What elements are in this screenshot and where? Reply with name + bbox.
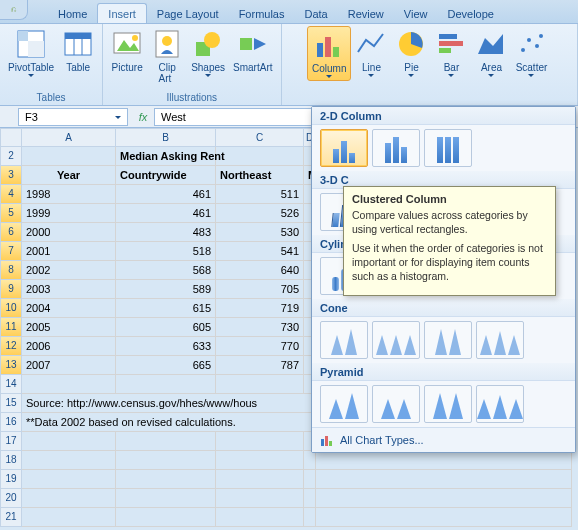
cell[interactable]: 719: [216, 299, 304, 318]
3d-pyramid[interactable]: [476, 385, 524, 423]
bar-button[interactable]: Bar: [431, 26, 471, 79]
cell[interactable]: 787: [216, 356, 304, 375]
cell[interactable]: 2000: [22, 223, 116, 242]
cell[interactable]: [304, 470, 316, 489]
cell[interactable]: [316, 451, 572, 470]
tab-developer[interactable]: Develope: [437, 4, 503, 23]
tab-home[interactable]: Home: [48, 4, 97, 23]
area-button[interactable]: Area: [471, 26, 511, 79]
quick-access-icon[interactable]: ⎌: [0, 0, 28, 20]
cell[interactable]: 518: [116, 242, 216, 261]
tab-view[interactable]: View: [394, 4, 438, 23]
shapes-button[interactable]: Shapes: [187, 26, 229, 79]
row-header-15[interactable]: 15: [0, 394, 22, 413]
cell[interactable]: Northeast: [216, 166, 304, 185]
cell[interactable]: 461: [116, 204, 216, 223]
cell[interactable]: [216, 432, 304, 451]
cell[interactable]: 2004: [22, 299, 116, 318]
cell[interactable]: 2005: [22, 318, 116, 337]
cell[interactable]: 2006: [22, 337, 116, 356]
row-header-9[interactable]: 9: [0, 280, 22, 299]
tab-formulas[interactable]: Formulas: [229, 4, 295, 23]
picture-button[interactable]: Picture: [107, 26, 147, 75]
row-header-14[interactable]: 14: [0, 375, 22, 394]
cell[interactable]: 730: [216, 318, 304, 337]
row-header-19[interactable]: 19: [0, 470, 22, 489]
cell[interactable]: 633: [116, 337, 216, 356]
cell[interactable]: 665: [116, 356, 216, 375]
stacked-column-2d[interactable]: [372, 129, 420, 167]
fx-icon[interactable]: fx: [132, 111, 154, 123]
cell[interactable]: [216, 489, 304, 508]
smartart-button[interactable]: SmartArt: [229, 26, 276, 75]
clustered-cone[interactable]: [320, 321, 368, 359]
cell[interactable]: 2003: [22, 280, 116, 299]
cell[interactable]: [116, 375, 216, 394]
cell[interactable]: Median Asking Rent: [116, 147, 216, 166]
tab-data[interactable]: Data: [294, 4, 337, 23]
row-header-6[interactable]: 6: [0, 223, 22, 242]
cell[interactable]: [22, 147, 116, 166]
100-stacked-cone[interactable]: [424, 321, 472, 359]
col-header-a[interactable]: A: [22, 128, 116, 147]
col-header-c[interactable]: C: [216, 128, 304, 147]
cell[interactable]: 526: [216, 204, 304, 223]
cell[interactable]: [304, 451, 316, 470]
row-header-10[interactable]: 10: [0, 299, 22, 318]
cell[interactable]: [316, 508, 572, 527]
row-header-5[interactable]: 5: [0, 204, 22, 223]
3d-cone[interactable]: [476, 321, 524, 359]
cell[interactable]: 530: [216, 223, 304, 242]
cell[interactable]: 1998: [22, 185, 116, 204]
cell[interactable]: 589: [116, 280, 216, 299]
clipart-button[interactable]: ClipArt: [147, 26, 187, 86]
row-header-3[interactable]: 3: [0, 166, 22, 185]
line-button[interactable]: Line: [351, 26, 391, 79]
row-header-8[interactable]: 8: [0, 261, 22, 280]
cell[interactable]: 461: [116, 185, 216, 204]
row-header-21[interactable]: 21: [0, 508, 22, 527]
cell[interactable]: [22, 451, 116, 470]
cell[interactable]: 568: [116, 261, 216, 280]
row-header-17[interactable]: 17: [0, 432, 22, 451]
cell[interactable]: 770: [216, 337, 304, 356]
table-button[interactable]: Table: [58, 26, 98, 75]
cell[interactable]: [116, 470, 216, 489]
cell[interactable]: [216, 470, 304, 489]
cell[interactable]: [316, 470, 572, 489]
cell[interactable]: [216, 451, 304, 470]
cell[interactable]: [216, 375, 304, 394]
cell[interactable]: [116, 451, 216, 470]
clustered-pyramid[interactable]: [320, 385, 368, 423]
100-stacked-pyramid[interactable]: [424, 385, 472, 423]
cell[interactable]: 1999: [22, 204, 116, 223]
cell[interactable]: 511: [216, 185, 304, 204]
row-header-4[interactable]: 4: [0, 185, 22, 204]
column-button[interactable]: Column: [307, 26, 351, 81]
cell[interactable]: 605: [116, 318, 216, 337]
row-header-11[interactable]: 11: [0, 318, 22, 337]
row-header-18[interactable]: 18: [0, 451, 22, 470]
tab-insert[interactable]: Insert: [97, 3, 147, 23]
clustered-column-2d[interactable]: [320, 129, 368, 167]
all-chart-types[interactable]: All Chart Types...: [312, 427, 575, 452]
cell[interactable]: [22, 375, 116, 394]
100-stacked-column-2d[interactable]: [424, 129, 472, 167]
cell[interactable]: 483: [116, 223, 216, 242]
cell[interactable]: 2002: [22, 261, 116, 280]
pie-button[interactable]: Pie: [391, 26, 431, 79]
row-header-20[interactable]: 20: [0, 489, 22, 508]
cell[interactable]: 640: [216, 261, 304, 280]
name-box[interactable]: F3: [18, 108, 128, 126]
cell[interactable]: [216, 508, 304, 527]
cell[interactable]: Year: [22, 166, 116, 185]
cell[interactable]: [22, 489, 116, 508]
cell[interactable]: [116, 489, 216, 508]
cell[interactable]: [216, 147, 304, 166]
col-header-b[interactable]: B: [116, 128, 216, 147]
cell[interactable]: [304, 489, 316, 508]
row-header-16[interactable]: 16: [0, 413, 22, 432]
scatter-button[interactable]: Scatter: [511, 26, 551, 79]
pivottable-button[interactable]: PivotTable: [4, 26, 58, 79]
cell[interactable]: [304, 508, 316, 527]
